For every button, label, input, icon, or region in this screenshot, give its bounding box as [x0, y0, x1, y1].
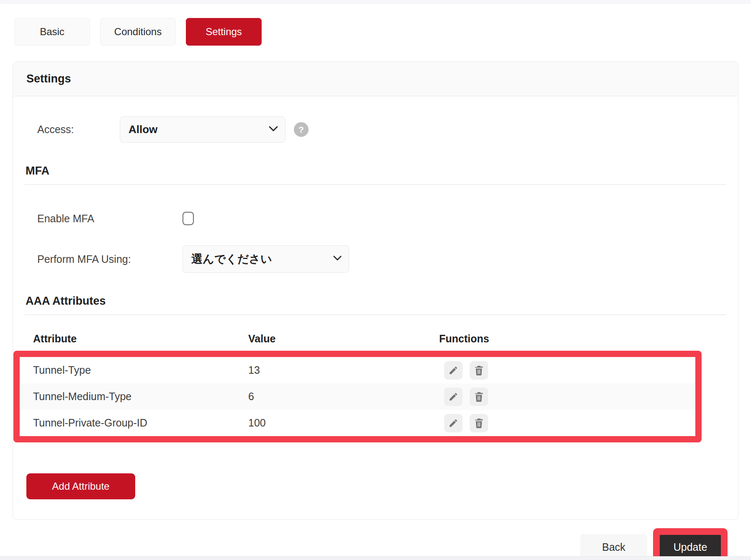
- edit-button[interactable]: [444, 388, 463, 406]
- delete-button[interactable]: [470, 414, 488, 432]
- access-row: Access: Allow ?: [25, 116, 726, 143]
- tab-bar: Basic Conditions Settings: [14, 18, 751, 46]
- attributes-table-header: Attribute Value Functions: [25, 333, 726, 345]
- table-row: Tunnel-Private-Group-ID 100: [20, 410, 695, 436]
- settings-card-body: Access: Allow ? MFA Enable MFA Perform M…: [13, 116, 738, 519]
- attribute-cell: Tunnel-Private-Group-ID: [33, 417, 248, 429]
- chevron-down-icon: [333, 255, 342, 263]
- page-top-divider: [0, 0, 751, 4]
- value-cell: 100: [248, 417, 444, 429]
- value-cell: 13: [248, 364, 444, 376]
- delete-button[interactable]: [470, 361, 488, 380]
- table-row: Tunnel-Type 13: [20, 357, 695, 383]
- aaa-divider: [25, 314, 726, 315]
- attribute-cell: Tunnel-Type: [33, 364, 248, 376]
- tab-basic[interactable]: Basic: [14, 18, 90, 46]
- delete-button[interactable]: [470, 388, 488, 406]
- annotation-rectangle-table: Tunnel-Type 13 Tunnel-Medium-Type 6: [13, 351, 702, 442]
- pencil-icon: [448, 392, 458, 402]
- enable-mfa-checkbox[interactable]: [183, 212, 194, 225]
- functions-cell: [444, 388, 695, 406]
- enable-mfa-row: Enable MFA: [25, 212, 726, 225]
- pencil-icon: [448, 365, 458, 375]
- card-title: Settings: [26, 72, 71, 85]
- access-select[interactable]: Allow: [120, 116, 285, 143]
- annotation-rectangle-update: Update: [653, 528, 728, 560]
- trash-icon: [474, 392, 484, 402]
- footer-actions: Back Update: [0, 528, 728, 560]
- edit-button[interactable]: [444, 414, 463, 432]
- access-label: Access:: [37, 123, 120, 136]
- pencil-icon: [448, 418, 458, 428]
- tab-conditions[interactable]: Conditions: [100, 18, 176, 46]
- help-icon[interactable]: ?: [294, 122, 309, 137]
- add-attribute-button[interactable]: Add Attribute: [26, 473, 135, 499]
- aaa-attributes-heading: AAA Attributes: [25, 295, 726, 308]
- trash-icon: [474, 365, 484, 375]
- perform-mfa-select[interactable]: 選んでください: [183, 245, 349, 273]
- settings-card: Settings Access: Allow ? MFA Enable MFA …: [13, 62, 738, 520]
- functions-cell: [444, 414, 695, 432]
- perform-mfa-label: Perform MFA Using:: [37, 253, 183, 265]
- perform-mfa-row: Perform MFA Using: 選んでください: [25, 245, 726, 273]
- value-cell: 6: [248, 390, 444, 403]
- update-button[interactable]: Update: [660, 535, 721, 559]
- settings-card-header: Settings: [13, 62, 738, 96]
- col-header-value: Value: [248, 333, 439, 345]
- col-header-functions: Functions: [439, 333, 726, 345]
- tab-settings[interactable]: Settings: [186, 18, 262, 46]
- mfa-divider: [25, 184, 726, 185]
- functions-cell: [444, 361, 695, 380]
- table-row: Tunnel-Medium-Type 6: [20, 383, 695, 410]
- attribute-cell: Tunnel-Medium-Type: [33, 390, 248, 403]
- enable-mfa-label: Enable MFA: [37, 213, 183, 225]
- access-select-value: Allow: [129, 123, 157, 136]
- col-header-attribute: Attribute: [33, 333, 248, 345]
- edit-button[interactable]: [444, 361, 463, 380]
- mfa-heading: MFA: [25, 164, 726, 177]
- trash-icon: [474, 418, 484, 428]
- chevron-down-icon: [268, 126, 278, 134]
- page-bottom-divider: [0, 556, 751, 560]
- perform-mfa-select-value: 選んでください: [191, 252, 272, 267]
